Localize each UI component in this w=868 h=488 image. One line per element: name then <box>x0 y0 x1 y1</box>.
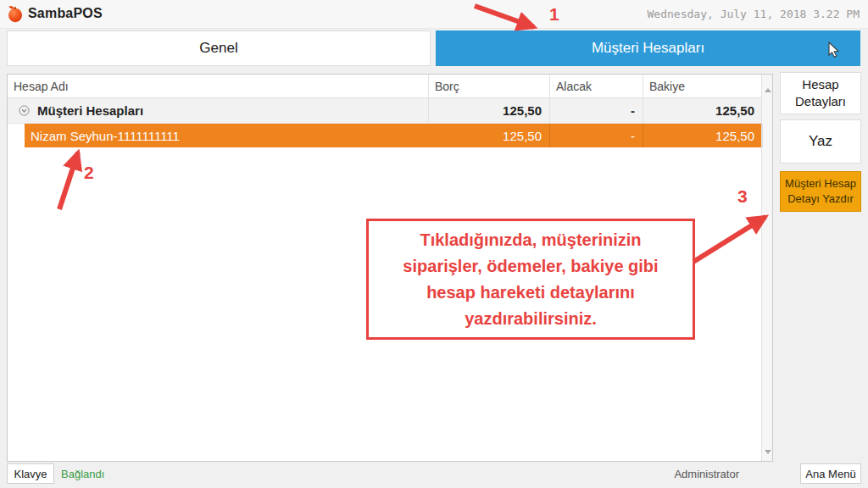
current-user-label: Administrator <box>674 468 739 480</box>
brand: SambaPOS <box>7 4 103 23</box>
col-header-alacak[interactable]: Alacak <box>550 75 643 98</box>
detail-row-label: Nizam Seyhun-1111111111 <box>8 124 429 147</box>
main-menu-button[interactable]: Ana Menü <box>800 463 861 484</box>
col-header-hesap-adi[interactable]: Hesap Adı <box>8 75 429 98</box>
sambapos-logo-icon <box>7 4 24 23</box>
group-row-label: Müşteri Hesapları <box>37 103 143 118</box>
yaz-button[interactable]: Yaz <box>780 119 861 164</box>
detail-row-borc: 125,50 <box>429 124 550 147</box>
table-row-group[interactable]: Müşteri Hesapları 125,50 - 125,50 <box>8 98 763 124</box>
keyboard-button[interactable]: Klavye <box>7 463 54 484</box>
detail-row-alacak: - <box>550 124 643 147</box>
tab-musteri-hesaplari[interactable]: Müşteri Hesapları <box>436 30 860 66</box>
group-row-bakiye: 125,50 <box>643 98 763 123</box>
scroll-down-icon[interactable] <box>765 450 771 454</box>
group-row-name-cell: Müşteri Hesapları <box>8 98 429 123</box>
detail-row-bakiye: 125,50 <box>643 124 763 147</box>
table-header: Hesap Adı Borç Alacak Bakiye <box>8 75 772 98</box>
hesap-detaylari-button[interactable]: Hesap Detayları <box>780 72 861 114</box>
group-row-borc: 125,50 <box>429 98 550 123</box>
connection-status: Bağlandı <box>61 468 104 480</box>
table-row-selected[interactable]: Nizam Seyhun-1111111111 125,50 - 125,50 <box>8 124 763 147</box>
app-window: SambaPOS Wednesday, July 11, 2018 3.22 P… <box>0 0 868 488</box>
callout-text: Tıkladığınızda, müşterinizin siparişler,… <box>381 227 681 332</box>
tab-genel[interactable]: Genel <box>7 30 431 66</box>
status-bar: Klavye Bağlandı Administrator Ana Menü <box>0 462 868 488</box>
scroll-up-icon[interactable] <box>765 88 771 92</box>
top-bar: SambaPOS Wednesday, July 11, 2018 3.22 P… <box>0 0 868 29</box>
group-row-alacak: - <box>550 98 643 123</box>
app-title: SambaPOS <box>28 6 103 21</box>
collapse-toggle-icon[interactable] <box>19 105 30 116</box>
datetime-label: Wednesday, July 11, 2018 3.22 PM <box>648 8 860 20</box>
col-header-bakiye[interactable]: Bakiye <box>643 75 763 98</box>
col-header-borc[interactable]: Borç <box>429 75 550 98</box>
musteri-hesap-detayi-yazdir-button[interactable]: Müşteri Hesap Detayı Yazdır <box>780 171 861 212</box>
callout-note: Tıkladığınızda, müşterinizin siparişler,… <box>366 219 695 340</box>
